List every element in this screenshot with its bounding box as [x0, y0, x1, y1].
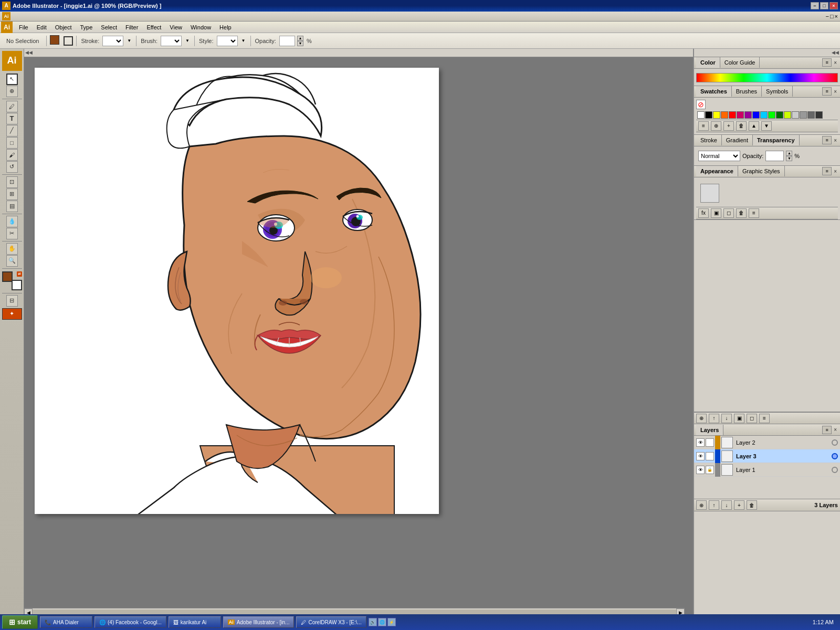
- swatch-new-btn[interactable]: +: [723, 121, 734, 131]
- tool-hand[interactable]: ✋: [6, 243, 18, 255]
- tool-rotate[interactable]: ↺: [6, 161, 18, 173]
- layers-locate-btn[interactable]: ⊕: [696, 414, 707, 423]
- swatch-new-color-group-btn[interactable]: ⊕: [711, 121, 721, 131]
- fill-stroke-widget[interactable]: ⇌: [2, 271, 22, 290]
- tool-eyedropper[interactable]: 💧: [6, 216, 18, 227]
- tray-icon-2[interactable]: 🌐: [378, 618, 386, 626]
- tool-pen[interactable]: 🖊: [6, 101, 18, 112]
- transparency-panel-options-btn[interactable]: ≡: [822, 136, 832, 144]
- tab-symbols[interactable]: Symbols: [762, 86, 793, 97]
- fill-box[interactable]: [2, 271, 13, 282]
- opacity-up-btn[interactable]: ▲: [297, 36, 303, 41]
- tool-type[interactable]: T: [6, 113, 18, 124]
- layers-bottom-btn4[interactable]: +: [734, 500, 744, 510]
- window-close-btn[interactable]: ×: [830, 2, 838, 9]
- layers-move-down-btn[interactable]: ↓: [721, 414, 732, 423]
- swatches-panel-close-btn[interactable]: ×: [833, 89, 838, 94]
- layer-3-target[interactable]: [832, 453, 838, 459]
- layer-2-target[interactable]: [832, 439, 838, 446]
- tool-line[interactable]: ╱: [6, 125, 18, 136]
- layers-options-btn[interactable]: ≡: [759, 414, 770, 423]
- tool-rect[interactable]: □: [6, 137, 18, 149]
- tool-extra[interactable]: ✦: [2, 308, 22, 320]
- layer-1-visibility-btn[interactable]: 👁: [696, 466, 705, 474]
- layers-release-btn[interactable]: ◻: [747, 414, 757, 423]
- layer-row-2[interactable]: 👁 Layer 2: [694, 436, 840, 449]
- tool-mesh[interactable]: ⊞: [6, 188, 18, 200]
- appearance-panel-options-btn[interactable]: ≡: [822, 167, 832, 175]
- swatch-yellow[interactable]: [713, 111, 720, 119]
- menu-edit[interactable]: Edit: [33, 23, 51, 32]
- appearance-panel-close-btn[interactable]: ×: [833, 169, 838, 174]
- tool-zoom[interactable]: 🔍: [6, 255, 18, 267]
- layers-bottom-btn5[interactable]: 🗑: [747, 500, 757, 510]
- tab-layers[interactable]: Layers: [696, 425, 723, 435]
- swatch-white[interactable]: [697, 111, 705, 119]
- color-spectrum-bar[interactable]: [696, 73, 838, 82]
- swatch-black[interactable]: [705, 111, 712, 119]
- taskbar-item-kari[interactable]: 🖼 karikatur Ai: [169, 616, 221, 628]
- taskbar-item-corel[interactable]: 🖊 CorelDRAW X3 - [E:\...: [296, 616, 366, 628]
- swatch-lime[interactable]: [784, 111, 791, 119]
- tab-transparency[interactable]: Transparency: [753, 135, 800, 145]
- swatch-gray[interactable]: [800, 111, 807, 119]
- layers-make-layer-btn[interactable]: ▣: [734, 414, 744, 423]
- tab-color-guide[interactable]: Color Guide: [720, 57, 760, 68]
- swatch-red[interactable]: [729, 111, 736, 119]
- swatch-green[interactable]: [768, 111, 775, 119]
- layers-move-up-btn[interactable]: ↑: [709, 414, 719, 423]
- menu-object[interactable]: Object: [51, 23, 76, 32]
- layers-bottom-btn2[interactable]: ↑: [709, 500, 719, 510]
- layers-panel-close-btn[interactable]: ×: [833, 427, 838, 433]
- stroke-box[interactable]: [12, 280, 22, 290]
- appear-new-fill-btn[interactable]: ▣: [711, 208, 721, 218]
- menu-type[interactable]: Type: [76, 23, 97, 32]
- layer-3-lock-btn[interactable]: [706, 452, 714, 460]
- tab-graphic-styles[interactable]: Graphic Styles: [738, 166, 785, 176]
- appear-new-stroke-btn[interactable]: ◻: [723, 208, 734, 218]
- start-button[interactable]: ⊞ start: [2, 615, 38, 629]
- none-swatch[interactable]: ⊘: [696, 100, 706, 109]
- swatch-dark-green[interactable]: [776, 111, 783, 119]
- menu-effect[interactable]: Effect: [142, 23, 165, 32]
- tray-icon-1[interactable]: 🔊: [369, 618, 377, 626]
- layer-1-target[interactable]: [832, 467, 838, 473]
- appear-add-effect-btn[interactable]: fx: [698, 208, 709, 218]
- stroke-select[interactable]: [102, 36, 123, 46]
- opacity-input[interactable]: 19: [279, 36, 295, 46]
- stroke-color-swatch[interactable]: [64, 36, 73, 46]
- tool-brush[interactable]: 🖌: [6, 149, 18, 161]
- brush-select[interactable]: [161, 36, 182, 46]
- opacity-stepper-up[interactable]: ▲: [786, 151, 792, 156]
- appear-options-btn[interactable]: ≡: [749, 208, 759, 218]
- tab-stroke[interactable]: Stroke: [696, 135, 722, 145]
- layer-2-visibility-btn[interactable]: 👁: [696, 438, 705, 447]
- menu-help[interactable]: Help: [215, 23, 236, 32]
- taskbar-item-ai[interactable]: Ai Adobe Illustrator - [in...: [223, 616, 295, 628]
- inner-close-btn[interactable]: ×: [835, 13, 838, 19]
- layers-panel-options-btn[interactable]: ≡: [822, 426, 832, 434]
- layers-bottom-btn3[interactable]: ↓: [721, 500, 732, 510]
- swatch-light-gray[interactable]: [792, 111, 799, 119]
- color-panel-close-btn[interactable]: ×: [833, 60, 838, 66]
- appear-delete-btn[interactable]: 🗑: [736, 208, 747, 218]
- fill-color-swatch[interactable]: [50, 35, 61, 47]
- tab-appearance[interactable]: Appearance: [696, 166, 738, 176]
- swap-icon[interactable]: ⇌: [17, 271, 22, 277]
- inner-maximize-btn[interactable]: □: [830, 13, 834, 19]
- swatch-purple[interactable]: [744, 111, 752, 119]
- inner-minimize-btn[interactable]: −: [825, 13, 828, 19]
- opacity-trans-input[interactable]: 19: [765, 151, 784, 161]
- swatch-delete-btn[interactable]: 🗑: [736, 121, 747, 131]
- swatch-show-kinds-btn[interactable]: ≡: [698, 121, 709, 131]
- layers-bottom-btn1[interactable]: ⊕: [696, 500, 707, 510]
- layer-1-lock-btn[interactable]: 🔒: [706, 466, 714, 474]
- window-maximize-btn[interactable]: □: [820, 2, 828, 9]
- swatches-panel-options-btn[interactable]: ≡: [822, 87, 832, 96]
- color-panel-options-btn[interactable]: ≡: [822, 58, 832, 67]
- tool-direct-select[interactable]: ⊕: [6, 86, 18, 97]
- taskbar-item-aha[interactable]: 📞 AHA Dialer: [40, 616, 92, 628]
- tool-change-screen[interactable]: ⊟: [6, 295, 18, 307]
- layer-2-lock-btn[interactable]: [706, 438, 714, 447]
- tool-scissors[interactable]: ✂: [6, 228, 18, 239]
